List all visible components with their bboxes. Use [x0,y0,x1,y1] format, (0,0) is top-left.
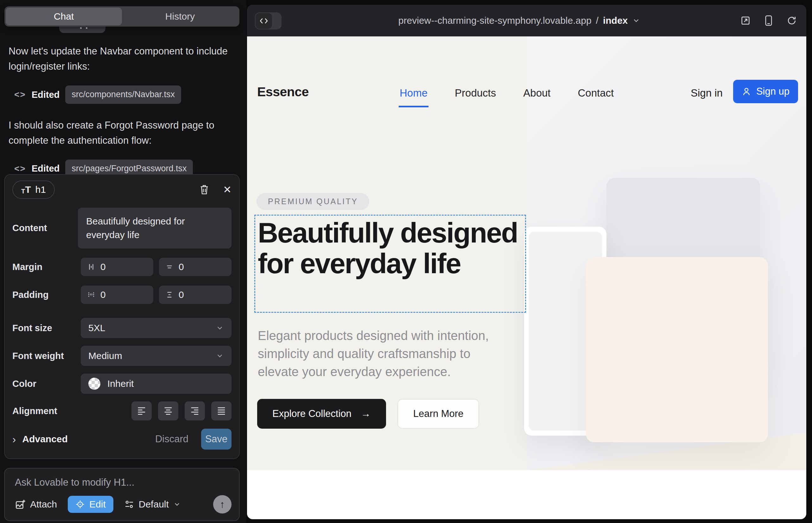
alignment-label: Alignment [12,406,81,416]
chat-messages: Now let's update the Navbar component to… [8,44,238,192]
code-icon: <> [14,162,26,175]
lovable-sidebar: Chat History Now let's update the Navbar… [0,0,246,523]
content-label: Content [12,223,78,233]
target-icon [75,500,85,509]
nav-link-about[interactable]: About [523,87,550,99]
send-button[interactable]: ↑ [213,495,231,513]
edited-file-row[interactable]: <> Edited src/components/Navbar.tsx [14,86,238,104]
padding-x-input[interactable]: 0 [81,286,153,304]
margin-x-input[interactable]: 0 [81,258,153,276]
color-label: Color [12,379,81,389]
font-weight-select[interactable]: Medium [81,346,231,366]
trash-icon[interactable] [199,184,209,195]
align-left-button[interactable] [131,401,152,420]
hero-paragraph: Elegant products designed with intention… [258,327,511,381]
font-size-select[interactable]: 5XL [81,318,231,338]
font-size-label: Font size [12,323,81,333]
element-tag: h1 [35,184,46,195]
chevron-right-icon: › [12,433,16,446]
chat-history-tabbar: Chat History [4,6,240,26]
tab-chat[interactable]: Chat [6,7,122,25]
decorative-card-peach [586,257,768,442]
element-editor-panel: TT h1 ✕ Content Beautifully designed for… [4,174,240,459]
code-icon [255,13,272,29]
save-button[interactable]: Save [201,429,231,450]
file-chip[interactable]: src/components/Navbar.tsx [65,86,181,104]
edited-label: Edited [32,88,60,102]
arrow-right-icon: → [361,408,371,419]
padding-y-icon [165,291,174,299]
sign-up-button[interactable]: Sign up [733,80,798,103]
font-weight-label: Font weight [12,351,81,361]
url-domain: preview--charming-site-symphony.lovable.… [399,15,592,26]
margin-label: Margin [12,262,81,272]
code-icon: <> [14,88,26,101]
site-logo[interactable]: Essence [257,85,309,100]
element-tag-badge[interactable]: TT h1 [12,180,55,199]
site-page: Essence Home Products About Contact Sign… [247,36,806,470]
edited-label: Edited [32,161,60,176]
editor-header: TT h1 ✕ [12,179,231,200]
prompt-bar: Attach Edit Default ↑ [4,468,240,521]
code-preview-toggle[interactable] [255,12,282,30]
site-navbar: Essence Home Products About Contact Sign… [247,36,806,119]
hero-heading[interactable]: Beautifully designed for everyday life [258,217,524,278]
attach-image-icon [15,499,26,510]
color-swatch [88,378,100,390]
chevron-down-icon [632,16,640,25]
chevron-down-icon [173,501,181,508]
user-icon [742,87,751,96]
margin-x-icon [87,263,95,271]
align-right-button[interactable] [184,401,205,420]
margin-y-input[interactable]: 0 [159,258,231,276]
page-lower-section [247,470,806,519]
learn-more-button[interactable]: Learn More [398,399,479,429]
chat-message: I should also create a Forgot Password p… [8,118,238,148]
open-in-new-tab-icon[interactable] [740,16,751,26]
explore-collection-button[interactable]: Explore Collection → [257,399,386,429]
default-mode-select[interactable]: Default [124,499,181,510]
margin-y-icon [165,263,174,271]
browser-chrome: preview--charming-site-symphony.lovable.… [247,5,806,36]
premium-quality-badge: PREMIUM QUALITY [257,193,369,210]
chevron-down-icon [216,352,224,360]
text-size-icon: TT [21,185,31,194]
color-select[interactable]: Inherit [81,374,231,394]
refresh-icon[interactable] [787,16,797,26]
prompt-input[interactable] [15,477,224,488]
content-input[interactable]: Beautifully designed for everyday life [78,208,231,249]
padding-y-input[interactable]: 0 [159,286,231,304]
url-bar[interactable]: preview--charming-site-symphony.lovable.… [399,5,640,36]
padding-label: Padding [12,290,81,300]
url-page: index [603,15,628,26]
url-separator: / [596,15,599,26]
mobile-view-icon[interactable] [764,15,773,26]
align-justify-button[interactable] [211,401,231,420]
tab-history[interactable]: History [122,7,238,25]
nav-link-home[interactable]: Home [400,87,427,99]
edit-mode-button[interactable]: Edit [68,496,113,513]
padding-x-icon [87,291,95,299]
dot [80,27,82,29]
close-icon[interactable]: ✕ [223,184,231,196]
nav-link-products[interactable]: Products [455,87,496,99]
advanced-toggle[interactable]: › Advanced [12,433,68,446]
chat-message: Now let's update the Navbar component to… [8,44,238,74]
sign-in-link[interactable]: Sign in [691,87,723,99]
preview-browser-window: preview--charming-site-symphony.lovable.… [247,5,806,519]
align-center-button[interactable] [158,401,178,420]
nav-link-contact[interactable]: Contact [578,87,614,99]
dot [86,27,87,29]
attach-button[interactable]: Attach [15,499,57,510]
discard-button[interactable]: Discard [155,433,189,445]
settings-sliders-icon [124,499,134,509]
chevron-down-icon [216,324,224,332]
